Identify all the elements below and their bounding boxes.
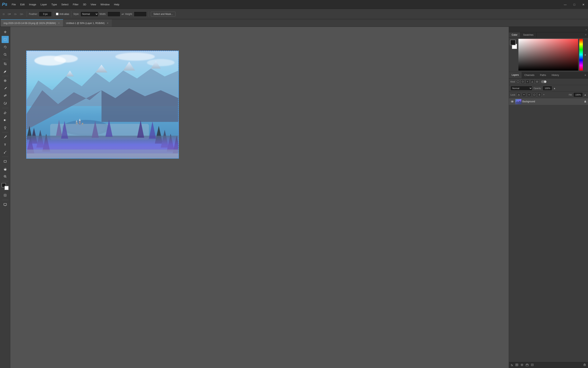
color-selector[interactable] — [2, 183, 9, 190]
tool-mode-group: □ □+ □- □∩ — [2, 12, 25, 16]
tool-sep-6 — [2, 181, 8, 181]
menu-3d[interactable]: 3D — [81, 2, 88, 7]
style-dropdown[interactable]: Normal Fixed Ratio Fixed Size — [81, 11, 98, 17]
tab-1-close[interactable]: ✕ — [57, 22, 60, 24]
dodge-tool[interactable] — [2, 124, 9, 131]
lock-all-btn[interactable] — [537, 93, 541, 97]
lock-transparent-btn[interactable] — [517, 93, 521, 97]
opacity-stepper-up[interactable]: ▲ — [553, 87, 556, 90]
tab-2-close[interactable]: ✕ — [106, 22, 109, 24]
filter-pixel-icon[interactable] — [516, 80, 520, 84]
lasso-tool[interactable] — [2, 43, 9, 51]
subtract-selection-btn[interactable]: □- — [13, 12, 18, 16]
layer-visibility-toggle[interactable] — [510, 100, 514, 103]
pen-tool[interactable] — [2, 133, 9, 141]
menu-type[interactable]: Type — [49, 2, 59, 7]
kind-label: Kind — [510, 81, 515, 83]
color-tab[interactable]: Color — [509, 32, 520, 37]
fill-input[interactable] — [573, 92, 583, 97]
menu-edit[interactable]: Edit — [18, 2, 27, 7]
svg-rect-67 — [518, 39, 578, 71]
spot-heal-tool[interactable] — [2, 77, 9, 84]
layer-adjustment-button[interactable] — [520, 363, 524, 367]
filter-toggle[interactable] — [541, 80, 547, 83]
svg-rect-73 — [518, 95, 520, 96]
menu-filter[interactable]: Filter — [71, 2, 81, 7]
anti-alias-checkbox[interactable] — [56, 13, 58, 15]
svg-point-84 — [516, 364, 517, 365]
blend-mode-dropdown[interactable]: Normal Dissolve Multiply Screen Overlay — [510, 86, 532, 91]
menu-select[interactable]: Select — [59, 2, 70, 7]
layers-panel-menu[interactable]: ≡ — [583, 73, 588, 78]
maximize-button[interactable]: □ — [570, 0, 579, 9]
rectangle-shape-tool[interactable] — [2, 158, 9, 165]
layer-mask-button[interactable] — [515, 363, 519, 367]
layer-group-button[interactable] — [525, 363, 529, 367]
filter-smartobj-icon[interactable] — [535, 80, 539, 84]
lock-image-btn[interactable] — [522, 93, 526, 97]
marquee-tool[interactable] — [2, 36, 9, 43]
intersect-selection-btn[interactable]: □∩ — [19, 12, 25, 16]
eraser-tool[interactable] — [2, 109, 9, 116]
menu-help[interactable]: Help — [112, 2, 121, 7]
close-button[interactable]: ✕ — [579, 0, 588, 9]
layer-fx-button[interactable]: fx — [510, 363, 514, 367]
panel-collapse-btn[interactable]: « — [586, 28, 587, 31]
height-input[interactable] — [134, 11, 147, 17]
paths-tab[interactable]: Paths — [537, 72, 549, 78]
add-selection-btn[interactable]: □+ — [7, 12, 12, 16]
anti-alias-checkbox-label[interactable]: Anti-alias — [56, 13, 69, 16]
swap-icon[interactable]: ⇌ — [122, 12, 124, 16]
minimize-button[interactable]: — — [561, 0, 570, 9]
quick-mask-btn[interactable] — [2, 192, 9, 199]
tab-1[interactable]: img-2020-10-03-14-58-19.png @ 161% (RGB/… — [1, 19, 63, 27]
history-brush-tool[interactable] — [2, 100, 9, 107]
layers-tab[interactable]: Layers — [509, 72, 522, 78]
menu-file[interactable]: File — [10, 2, 18, 7]
new-layer-button[interactable] — [530, 363, 534, 367]
hand-tool[interactable] — [2, 165, 9, 173]
move-tool[interactable] — [2, 28, 9, 36]
menu-layer[interactable]: Layer — [38, 2, 49, 7]
feather-input[interactable] — [39, 11, 52, 17]
color-field[interactable] — [518, 39, 578, 71]
clone-stamp-tool[interactable] — [2, 92, 9, 99]
quick-select-tool[interactable] — [2, 51, 9, 58]
swatches-tab[interactable]: Swatches — [520, 32, 536, 37]
type-icon: T — [4, 143, 6, 146]
tab-2[interactable]: Untitled-1 @ 50% (Layer 1, RGB/8#) ✕ — [63, 19, 112, 27]
opacity-input[interactable] — [543, 86, 552, 91]
layer-thumbnail — [515, 99, 521, 104]
foreground-color-swatch[interactable] — [510, 40, 516, 45]
menu-view[interactable]: View — [89, 2, 98, 7]
delete-layer-button[interactable] — [582, 363, 587, 367]
crop-tool[interactable] — [2, 60, 9, 67]
history-tab[interactable]: History — [549, 72, 562, 78]
filter-shape-icon[interactable] — [530, 80, 534, 84]
channels-tab[interactable]: Channels — [522, 72, 537, 78]
background-color[interactable] — [4, 186, 9, 190]
width-input[interactable] — [108, 11, 120, 17]
layer-row-background[interactable]: Background — [509, 98, 588, 105]
menu-image[interactable]: Image — [27, 2, 38, 7]
filter-adjustment-icon[interactable] — [521, 80, 525, 84]
layers-empty-space — [509, 105, 588, 362]
menu-window[interactable]: Window — [99, 2, 112, 7]
eyedropper-tool[interactable] — [2, 68, 9, 75]
fill-stepper[interactable]: ▲ — [584, 93, 586, 96]
path-select-tool[interactable] — [2, 148, 9, 156]
color-spectrum-slider[interactable] — [579, 39, 583, 71]
svg-point-42 — [79, 122, 80, 123]
type-tool[interactable]: T — [2, 141, 9, 148]
lock-artboard-btn[interactable] — [532, 93, 536, 97]
filter-type-icon[interactable]: T — [525, 80, 530, 84]
lock-position-btn[interactable] — [527, 93, 531, 97]
layers-lock-row: Lock: • Fill: — [509, 92, 588, 98]
brush-tool[interactable] — [2, 85, 9, 92]
select-mask-button[interactable]: Select and Mask... — [151, 12, 176, 17]
zoom-tool[interactable] — [2, 173, 9, 180]
screen-mode-btn[interactable] — [2, 201, 9, 208]
new-selection-btn[interactable]: □ — [2, 12, 6, 16]
color-panel-menu[interactable]: ≡ — [584, 32, 588, 37]
gradient-tool[interactable] — [2, 117, 9, 124]
